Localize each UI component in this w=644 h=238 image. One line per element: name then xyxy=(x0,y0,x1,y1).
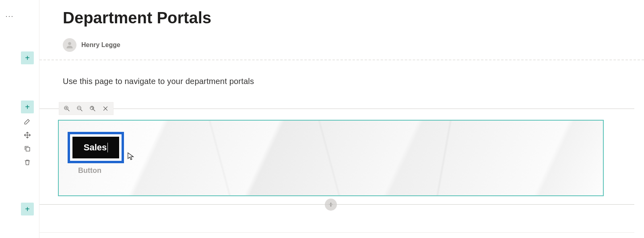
zoom-reset-icon[interactable] xyxy=(89,105,96,112)
command-bar-overflow[interactable]: ··· xyxy=(0,0,19,238)
section-bottom-border xyxy=(39,204,634,205)
page-byline: Henry Legge xyxy=(63,38,644,52)
duplicate-section-icon[interactable] xyxy=(23,145,31,153)
plus-icon: + xyxy=(328,201,333,209)
svg-rect-0 xyxy=(26,148,30,151)
delete-section-icon[interactable] xyxy=(23,158,31,166)
zoom-out-icon[interactable] xyxy=(76,105,83,112)
plus-icon: + xyxy=(25,54,30,62)
edit-section-icon[interactable] xyxy=(23,117,31,125)
button-label: Sales xyxy=(84,142,107,153)
plus-icon: + xyxy=(25,103,30,111)
add-section-button[interactable]: + xyxy=(21,51,34,64)
zoom-in-icon[interactable] xyxy=(63,105,70,112)
intro-text[interactable]: Use this page to navigate to your depart… xyxy=(63,77,644,86)
page-title[interactable]: Department Portals xyxy=(63,9,644,27)
move-section-icon[interactable] xyxy=(23,131,31,139)
author-avatar[interactable] xyxy=(63,38,76,52)
ellipsis-icon: ··· xyxy=(5,12,14,238)
button-webpart[interactable]: Sales Button xyxy=(58,120,604,196)
add-webpart-button[interactable]: + xyxy=(325,199,337,211)
zoom-toolbar xyxy=(59,102,114,115)
svg-point-2 xyxy=(68,42,71,45)
section-tools xyxy=(21,117,34,166)
cursor-icon xyxy=(127,152,134,161)
button-stack: Sales xyxy=(68,132,124,163)
button-item-placeholder[interactable]: Button xyxy=(78,166,101,175)
text-caret xyxy=(107,143,108,152)
add-section-button[interactable]: + xyxy=(21,203,34,215)
button-label-editor[interactable]: Sales xyxy=(72,137,119,158)
section-rail: + + + xyxy=(19,0,39,238)
page-canvas: Department Portals Henry Legge Use this … xyxy=(39,0,644,238)
section-top-border xyxy=(39,109,634,109)
add-section-button[interactable]: + xyxy=(21,101,34,113)
plus-icon: + xyxy=(25,205,30,213)
button-item-selected[interactable]: Sales xyxy=(68,132,124,163)
title-area-divider xyxy=(39,60,644,60)
close-icon[interactable] xyxy=(102,105,109,112)
author-name[interactable]: Henry Legge xyxy=(81,41,120,49)
person-icon xyxy=(65,41,74,49)
section-divider xyxy=(39,232,634,233)
